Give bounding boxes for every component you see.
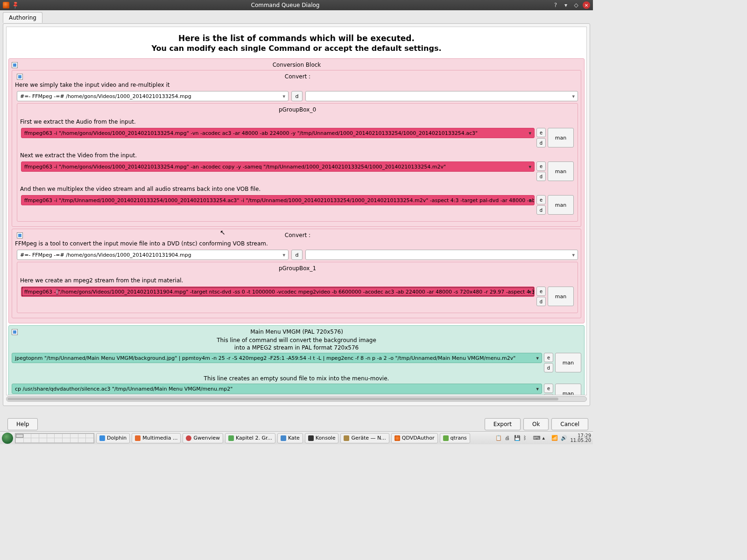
tray-time: 17:29	[570, 434, 591, 438]
task-multimedia[interactable]: Multimedia ...	[132, 433, 181, 443]
tray-usb-icon[interactable]: 💾	[514, 435, 521, 441]
tray-clock[interactable]: 17:29 11.05.20	[570, 434, 591, 443]
c2-cmd-post: "/home/gons/Videos/1000_20140210131904.m…	[58, 289, 535, 295]
tab-authoring[interactable]: Authoring	[3, 12, 42, 23]
menu-cmd2-e-button[interactable]: e	[544, 384, 553, 393]
menu-cmd1-e-button[interactable]: e	[544, 353, 553, 362]
menu-cmd1[interactable]: jpegtopnm "/tmp/Unnamed/Main Menu VMGM/b…	[12, 353, 542, 363]
menu-cmd1-text: jpegtopnm "/tmp/Unnamed/Main Menu VMGM/b…	[15, 355, 515, 361]
step3-cmd[interactable]: ffmpeg063 -i "/tmp/Unnamed/1000_20140210…	[21, 195, 535, 205]
tray-network-icon[interactable]: 📶	[551, 435, 558, 441]
menu-cmd2-man-button[interactable]: man	[555, 384, 581, 395]
cancel-button[interactable]: Cancel	[551, 418, 588, 430]
step1-man-button[interactable]: man	[548, 128, 574, 147]
convert1-combo-text: #=- FFMpeg -=# /home/gons/Videos/1000_20…	[20, 93, 191, 99]
step1-desc: First we extract the Audio from the inpu…	[20, 119, 574, 125]
step2-cmd[interactable]: ffmpeg063 -i "/home/gons/Videos/1000_201…	[21, 161, 535, 172]
step3-e-button[interactable]: e	[536, 195, 546, 204]
task-konsole-label: Konsole	[316, 435, 336, 441]
maximize-icon[interactable]: ◇	[572, 1, 580, 9]
step1-d-button[interactable]: d	[536, 138, 546, 147]
menu-cmd1-man-button[interactable]: man	[555, 353, 581, 372]
task-kate-label: Kate	[288, 435, 300, 441]
task-gwenview-label: Gwenview	[193, 435, 220, 441]
c2-step1-row: ffmpeg063 -i "/home/gons/Videos/1000_201…	[21, 287, 574, 306]
desktop-pager[interactable]	[15, 433, 94, 443]
intro-line2: You can modify each single Command or ac…	[8, 44, 585, 53]
convert1-rest-combo[interactable]	[305, 91, 578, 101]
task-qdvdauthor[interactable]: QDVDAuthor	[391, 433, 438, 443]
horizontal-scrollbar[interactable]	[6, 396, 587, 402]
menu-cmd2-row: cp /usr/share/qdvdauthor/silence.ac3 "/t…	[12, 384, 581, 395]
convert2-desc: FFMpeg is a tool to convert the input mo…	[15, 240, 578, 247]
task-dolphin[interactable]: Dolphin	[96, 433, 130, 443]
menu-cmd2[interactable]: cp /usr/share/qdvdauthor/silence.ac3 "/t…	[12, 384, 542, 394]
c2-step1-e-button[interactable]: e	[536, 287, 546, 296]
step1-e-button[interactable]: e	[536, 128, 546, 137]
task-konsole[interactable]: Konsole	[305, 433, 339, 443]
step2-e-button[interactable]: e	[536, 161, 546, 171]
convert2-rest-combo[interactable]	[305, 250, 578, 260]
step2-row: ffmpeg063 -i "/home/gons/Videos/1000_201…	[21, 161, 574, 181]
help-icon[interactable]: ?	[552, 1, 559, 9]
step3-d-button[interactable]: d	[536, 205, 546, 215]
convert2-d-button[interactable]: d	[291, 250, 303, 260]
convert-group-2: Convert : FFMpeg is a tool to convert th…	[12, 229, 581, 318]
start-button[interactable]	[2, 433, 13, 444]
menu-info1a: This line of command will convert the ba…	[12, 337, 581, 343]
step2-man-button[interactable]: man	[548, 161, 574, 181]
convert1-d-button[interactable]: d	[291, 91, 303, 101]
c2-step1-man-button[interactable]: man	[548, 287, 574, 306]
task-kapitel[interactable]: Kapitel 2. Gr...	[225, 433, 275, 443]
menu-cmd2-d-button[interactable]: d	[544, 394, 553, 395]
step2-desc: Next we extract the Video from the input…	[20, 152, 574, 159]
menu-cmd2-text: cp /usr/share/qdvdauthor/silence.ac3 "/t…	[15, 386, 233, 392]
tray-expand-icon[interactable]: ▴	[542, 435, 549, 441]
tray-keyboard-icon[interactable]: ⌨	[533, 435, 539, 441]
close-icon[interactable]: ✕	[583, 1, 590, 9]
step3-row: ffmpeg063 -i "/tmp/Unnamed/1000_20140210…	[21, 195, 574, 215]
menu-cmd1-d-button[interactable]: d	[544, 363, 553, 372]
menu-info1b: into a MPEG2 stream in PAL format 720x57…	[12, 344, 581, 351]
minimize-icon[interactable]: ▾	[562, 1, 570, 9]
tab-row: Authoring	[0, 10, 593, 23]
pgbox1-title: pGroupBox_1	[21, 264, 574, 273]
task-geraete[interactable]: Geräte — N...	[340, 433, 389, 443]
task-kate[interactable]: Kate	[277, 433, 303, 443]
task-dolphin-label: Dolphin	[107, 435, 127, 441]
title-bar: 📌 Command Queue Dialog ? ▾ ◇ ✕	[0, 0, 593, 10]
convert2-combo[interactable]: #=- FFMpeg -=# /home/gons/Videos/1000_20…	[17, 250, 289, 260]
c2-step1-d-button[interactable]: d	[536, 297, 546, 306]
step3-man-button[interactable]: man	[548, 195, 574, 215]
ok-button[interactable]: Ok	[523, 418, 549, 430]
tray-clipboard-icon[interactable]: 📋	[495, 435, 502, 441]
scroll-area[interactable]: Here is the list of commands which will …	[6, 27, 587, 395]
pgroupbox-1: pGroupBox_1 Here we create an mpeg2 stre…	[17, 262, 578, 313]
help-button[interactable]: Help	[7, 418, 38, 430]
tray-bluetooth-icon[interactable]: ᛒ	[523, 435, 530, 441]
step2-cmd-text: ffmpeg063 -i "/home/gons/Videos/1000_201…	[24, 164, 446, 170]
tray-printer-icon[interactable]: 🖨	[505, 435, 511, 441]
task-qtrans[interactable]: qtrans	[440, 433, 470, 443]
pgroupbox-0: pGroupBox_0 First we extract the Audio f…	[17, 103, 578, 222]
pgbox0-title: pGroupBox_0	[21, 105, 574, 114]
export-button[interactable]: Export	[485, 418, 521, 430]
tray-date: 11.05.20	[570, 438, 591, 443]
c2-step1-desc: Here we create an mpeg2 stream from the …	[20, 277, 574, 284]
conversion-title: Conversion Block	[12, 62, 581, 68]
convert1-title: Convert :	[17, 73, 578, 80]
tray-volume-icon[interactable]: 🔊	[561, 435, 567, 441]
step1-cmd[interactable]: ffmpeg063 -i "/home/gons/Videos/1000_201…	[21, 128, 535, 138]
conversion-block: Conversion Block Convert : Here we simpl…	[8, 58, 585, 323]
task-kapitel-label: Kapitel 2. Gr...	[236, 435, 272, 441]
dialog-buttons: Help Export Ok Cancel	[3, 418, 590, 430]
convert1-combo[interactable]: #=- FFMpeg -=# /home/gons/Videos/1000_20…	[17, 91, 289, 101]
c2-step1-cmd[interactable]: ffmpeg063 -i "/home/gons/Videos/1000_201…	[21, 287, 535, 297]
main-menu-block: Main Menu VMGM (PAL 720x576) This line o…	[8, 325, 585, 395]
convert2-combo-text: #=- FFMpeg -=# /home/gons/Videos/1000_20…	[20, 252, 191, 258]
taskbar: Dolphin Multimedia ... Gwenview Kapitel …	[0, 431, 593, 444]
intro-text: Here is the list of commands which will …	[8, 29, 585, 56]
convert2-title: Convert :	[17, 232, 578, 238]
task-gwenview[interactable]: Gwenview	[183, 433, 223, 443]
step2-d-button[interactable]: d	[536, 172, 546, 181]
